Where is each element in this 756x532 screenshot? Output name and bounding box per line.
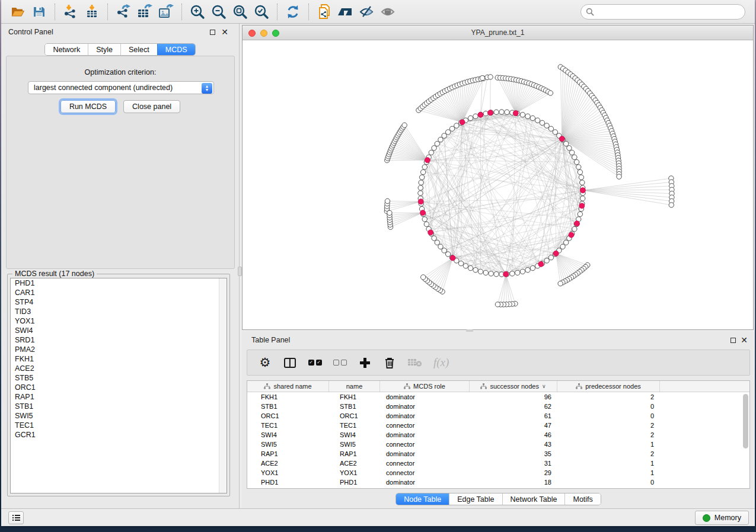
clone-network-icon[interactable] xyxy=(314,2,335,21)
table-row[interactable]: FKH1FKH1dominator962 xyxy=(247,392,749,402)
zoom-in-icon[interactable] xyxy=(187,2,208,21)
network-window-titlebar[interactable]: YPA_prune.txt_1 xyxy=(243,25,753,40)
delete-table-icon xyxy=(407,354,423,371)
network-window-title: YPA_prune.txt_1 xyxy=(243,28,753,37)
table-row[interactable]: YOX1YOX1connector291 xyxy=(247,468,749,477)
optimization-criterion-select[interactable]: largest connected component (undirected)… xyxy=(28,81,214,94)
table-row[interactable]: SWI4SWI4dominator462 xyxy=(247,430,749,440)
table-row[interactable]: SWI5SWI5connector431 xyxy=(247,440,749,449)
mcds-result-list[interactable]: PHD1CAR1STP4TID3YOX1SWI4SRD1PMA2FKH1ACE2… xyxy=(10,278,227,493)
save-session-icon[interactable] xyxy=(28,2,50,21)
table-row[interactable]: ORC1ORC1dominator610 xyxy=(247,411,749,421)
table-row[interactable]: PHD1PHD1dominator180 xyxy=(247,477,749,487)
table-settings-gear-icon[interactable]: ⚙ xyxy=(258,354,272,371)
column-type-icon xyxy=(576,383,582,389)
select-stepper-icon: ▲▼ xyxy=(202,83,212,94)
tab-mcds[interactable]: MCDS xyxy=(157,44,195,55)
mcds-result-item[interactable]: STB5 xyxy=(11,373,227,383)
table-cell: 43 xyxy=(470,440,557,449)
export-table-icon[interactable] xyxy=(134,2,155,21)
show-all-icon[interactable] xyxy=(378,2,399,21)
table-cell: 0 xyxy=(557,411,660,421)
zoom-out-icon[interactable] xyxy=(208,2,229,21)
export-image-icon[interactable] xyxy=(155,2,177,21)
export-network-icon[interactable] xyxy=(113,2,134,21)
tab-edge-table[interactable]: Edge Table xyxy=(449,493,502,505)
table-panel: Table Panel ✕ ⚙ ✓✓ f(x) shared namenameM… xyxy=(242,332,755,508)
column-header-successor-nodes[interactable]: successor nodes∨ xyxy=(470,381,557,392)
table-cell: STB1 xyxy=(247,402,329,411)
table-cell: 1 xyxy=(557,468,660,477)
table-cell: 2 xyxy=(557,421,660,430)
mcds-result-item[interactable]: SRD1 xyxy=(11,335,227,345)
add-column-icon[interactable] xyxy=(358,354,372,371)
table-cell: 62 xyxy=(470,402,557,411)
mcds-result-item[interactable]: ACE2 xyxy=(11,364,227,373)
vertical-splitter-handle[interactable] xyxy=(238,267,242,276)
column-header-predecessor-nodes[interactable]: predecessor nodes xyxy=(557,381,660,392)
mcds-result-title: MCDS result (17 nodes) xyxy=(12,270,97,278)
tab-network[interactable]: Network xyxy=(45,44,88,55)
float-panel-icon[interactable] xyxy=(210,30,215,35)
close-table-panel-icon[interactable]: ✕ xyxy=(741,335,748,345)
search-input[interactable] xyxy=(580,4,745,20)
open-file-icon[interactable] xyxy=(7,2,28,21)
mcds-result-item[interactable]: STB1 xyxy=(11,402,227,411)
table-scrollbar[interactable] xyxy=(742,393,749,488)
table-scrollbar-thumb[interactable] xyxy=(743,394,748,448)
mcds-result-item[interactable]: PMA2 xyxy=(11,345,227,354)
zoom-fit-icon[interactable] xyxy=(229,2,251,21)
table-row[interactable]: RAP1RAP1dominator352 xyxy=(247,449,749,459)
run-mcds-button[interactable]: Run MCDS xyxy=(60,100,116,113)
table-cell: 0 xyxy=(557,402,660,411)
hide-selected-icon[interactable] xyxy=(356,2,378,21)
mcds-result-item[interactable]: SWI5 xyxy=(11,411,227,421)
show-columns-icon[interactable] xyxy=(283,354,297,371)
table-cell: 35 xyxy=(470,449,557,459)
memory-status-dot-icon xyxy=(703,514,710,522)
tab-style[interactable]: Style xyxy=(88,44,120,55)
mcds-result-item[interactable]: TEC1 xyxy=(11,421,227,430)
delete-column-icon[interactable] xyxy=(382,354,397,371)
memory-button[interactable]: Memory xyxy=(695,511,749,525)
table-cell: connector xyxy=(380,440,470,449)
import-table-icon[interactable] xyxy=(81,2,103,21)
table-row[interactable]: STB1STB1dominator620 xyxy=(247,402,749,411)
column-type-icon xyxy=(404,383,410,389)
tab-motifs[interactable]: Motifs xyxy=(564,493,600,505)
close-panel-button[interactable]: Close panel xyxy=(123,100,180,113)
table-row[interactable]: TEC1TEC1connector472 xyxy=(247,421,749,430)
mcds-list-scrollbar[interactable] xyxy=(219,278,227,493)
zoom-selected-icon[interactable] xyxy=(251,2,272,21)
search-network-icon[interactable] xyxy=(335,2,356,21)
refresh-layout-icon[interactable] xyxy=(282,2,304,21)
mcds-result-item[interactable]: CAR1 xyxy=(11,288,227,297)
network-canvas[interactable] xyxy=(243,40,753,329)
column-type-icon xyxy=(264,383,270,389)
mcds-result-item[interactable]: YOX1 xyxy=(11,316,227,326)
tab-network-table[interactable]: Network Table xyxy=(502,493,565,505)
mcds-result-item[interactable]: RAP1 xyxy=(11,392,227,402)
tab-node-table[interactable]: Node Table xyxy=(396,493,449,505)
mcds-result-item[interactable]: FKH1 xyxy=(11,354,227,364)
table-row[interactable]: ACE2ACE2connector311 xyxy=(247,459,749,468)
control-panel: Control Panel ✕ NetworkStyleSelectMCDS O… xyxy=(1,24,240,508)
status-bar: Memory xyxy=(1,508,755,526)
mcds-result-item[interactable]: STP4 xyxy=(11,297,227,307)
float-table-panel-icon[interactable] xyxy=(731,338,736,343)
mcds-result-item[interactable]: TID3 xyxy=(11,307,227,316)
close-panel-icon[interactable]: ✕ xyxy=(221,27,228,37)
mcds-result-item[interactable]: PHD1 xyxy=(11,278,227,288)
tab-select[interactable]: Select xyxy=(120,44,157,55)
deselect-all-rows-icon[interactable] xyxy=(333,354,347,371)
mcds-result-item[interactable]: ORC1 xyxy=(11,383,227,392)
task-history-button[interactable] xyxy=(8,511,24,524)
mcds-result-item[interactable]: SWI4 xyxy=(11,326,227,335)
select-all-rows-icon[interactable]: ✓✓ xyxy=(308,354,322,371)
column-header-shared-name[interactable]: shared name xyxy=(247,381,329,392)
mcds-result-item[interactable]: GCR1 xyxy=(11,430,227,440)
import-network-icon[interactable] xyxy=(60,2,81,21)
column-header-name[interactable]: name xyxy=(329,381,380,392)
network-graph[interactable] xyxy=(243,40,753,329)
column-header-MCDS-role[interactable]: MCDS role xyxy=(380,381,470,392)
